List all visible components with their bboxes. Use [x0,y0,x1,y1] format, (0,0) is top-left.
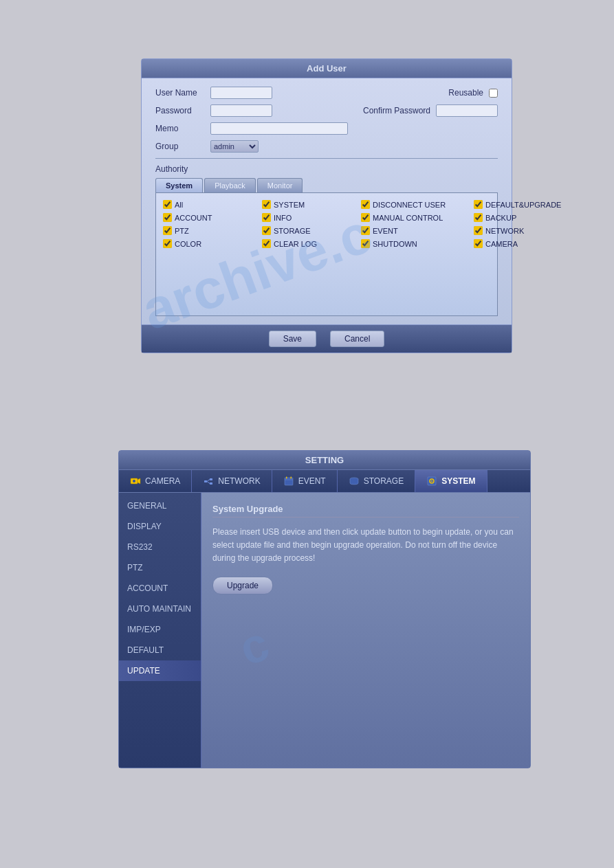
upgrade-description: Please insert USB device and then click … [212,526,519,566]
svg-line-7 [207,482,210,484]
tab-content-system: All SYSTEM DISCONNECT USER DEFAULT&UPGRA… [155,192,498,316]
checkbox-clear-log: CLEAR LOG [262,239,358,248]
checkbox-ptz-input[interactable] [163,226,172,235]
checkbox-backup: BACKUP [474,213,584,222]
group-row: Group admin [155,140,498,153]
nav-tab-system[interactable]: SYSTEM [415,470,487,492]
password-input[interactable] [210,104,272,117]
nav-tab-camera[interactable]: CAMERA [119,470,192,492]
checkbox-disconnect-user-input[interactable] [361,200,370,209]
password-row: Password Confirm Password [155,104,498,117]
checkbox-backup-input[interactable] [474,213,483,222]
password-label: Password [155,106,210,115]
checkbox-camera-input[interactable] [474,239,483,248]
checkbox-all: All [163,200,259,209]
checkbox-disconnect-user: DISCONNECT USER [361,200,471,209]
svg-rect-4 [210,478,212,480]
reusable-section: Reusable [448,88,498,98]
checkbox-shutdown: SHUTDOWN [361,239,471,248]
authority-tabs: System Playback Monitor [155,178,498,192]
sidebar-item-general[interactable]: GENERAL [119,496,201,516]
checkbox-color: COLOR [163,239,259,248]
checkbox-network: NETWORK [474,226,584,235]
memo-input[interactable] [210,122,348,135]
section-title: System Upgrade [212,504,519,518]
sidebar: GENERAL DISPLAY RS232 PTZ ACCOUNT AUTO M… [119,493,201,768]
memo-row: Memo [155,122,498,135]
authority-label: Authority [155,164,498,174]
camera-icon [130,476,141,487]
sidebar-item-imp-exp[interactable]: IMP/EXP [119,619,201,640]
svg-rect-11 [290,477,292,479]
checkbox-storage-input[interactable] [262,226,271,235]
tab-system[interactable]: System [155,178,203,192]
checkbox-manual-control: MANUAL CONTROL [361,213,471,222]
sidebar-item-display[interactable]: DISPLAY [119,516,201,537]
tab-playback[interactable]: Playback [204,178,256,192]
svg-line-6 [207,480,210,482]
event-icon [283,476,294,487]
sidebar-item-auto-maintain[interactable]: AUTO MAINTAIN [119,599,201,619]
sidebar-item-default[interactable]: DEFAULT [119,640,201,660]
svg-point-15 [431,480,432,482]
svg-rect-8 [285,478,293,485]
group-label: Group [155,142,210,151]
svg-marker-1 [138,478,140,484]
checkbox-info-input[interactable] [262,213,271,222]
reusable-checkbox[interactable] [489,89,498,98]
sidebar-item-account[interactable]: ACCOUNT [119,578,201,599]
sidebar-item-ptz[interactable]: PTZ [119,557,201,578]
checkbox-default-upgrade: DEFAULT&UPGRADE [474,200,584,209]
checkbox-network-input[interactable] [474,226,483,235]
system-icon [426,476,437,487]
group-select[interactable]: admin [210,140,259,153]
setting-title: SETTING [119,451,530,470]
confirm-password-input[interactable] [436,104,498,117]
checkbox-storage: STORAGE [262,226,358,235]
svg-point-2 [133,480,135,482]
username-input[interactable] [210,87,272,99]
checkbox-shutdown-input[interactable] [361,239,370,248]
checkbox-color-input[interactable] [163,239,172,248]
confirm-password-section: Confirm Password [363,104,498,117]
upgrade-button[interactable]: Upgrade [212,577,273,594]
checkbox-clear-log-input[interactable] [262,239,271,248]
tab-monitor[interactable]: Monitor [257,178,303,192]
checkbox-ptz: PTZ [163,226,259,235]
main-content-area: System Upgrade Please insert USB device … [201,493,530,768]
checkbox-account-input[interactable] [163,213,172,222]
nav-tabs: CAMERA NETWORK [119,470,530,493]
username-label: User Name [155,88,210,98]
memo-label: Memo [155,124,210,133]
nav-tab-network[interactable]: NETWORK [192,470,272,492]
checkbox-grid: All SYSTEM DISCONNECT USER DEFAULT&UPGRA… [163,200,490,248]
cancel-button[interactable]: Cancel [330,331,384,347]
checkbox-event: EVENT [361,226,471,235]
svg-rect-3 [204,480,207,482]
save-button[interactable]: Save [269,331,316,347]
nav-tab-storage[interactable]: STORAGE [338,470,415,492]
svg-rect-5 [210,482,212,485]
sidebar-item-update[interactable]: UPDATE [119,660,201,681]
setting-content: GENERAL DISPLAY RS232 PTZ ACCOUNT AUTO M… [119,493,530,768]
checkbox-account: ACCOUNT [163,213,259,222]
sidebar-item-rs232[interactable]: RS232 [119,537,201,557]
nav-tab-event[interactable]: EVENT [272,470,338,492]
checkbox-system-input[interactable] [262,200,271,209]
divider [155,158,498,159]
dialog-footer: Save Cancel [142,324,512,353]
checkbox-info: INFO [262,213,358,222]
checkbox-system: SYSTEM [262,200,358,209]
checkbox-all-input[interactable] [163,200,172,209]
storage-icon [349,476,360,487]
network-icon [203,476,214,487]
svg-rect-10 [286,477,287,479]
dialog-title: Add User [142,59,512,78]
checkbox-event-input[interactable] [361,226,370,235]
checkbox-camera: CAMERA [474,239,584,248]
reusable-label: Reusable [448,88,483,98]
confirm-password-label: Confirm Password [363,106,430,115]
checkbox-default-upgrade-input[interactable] [474,200,483,209]
username-row: User Name Reusable [155,87,498,99]
checkbox-manual-control-input[interactable] [361,213,370,222]
